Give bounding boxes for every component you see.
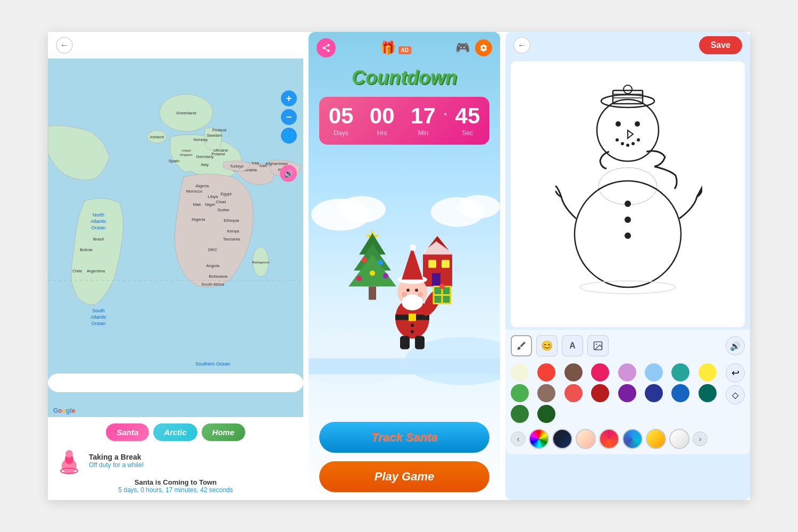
color-pink[interactable] xyxy=(591,363,609,381)
svg-text:Chad: Chad xyxy=(215,200,226,204)
svg-point-56 xyxy=(69,463,72,472)
map-layer-button[interactable]: 🌐 xyxy=(281,128,297,144)
color-cream[interactable] xyxy=(511,363,529,381)
zoom-in-button[interactable]: + xyxy=(281,90,297,106)
hours-number: 00 xyxy=(370,105,395,127)
map-sound-button[interactable]: 🔊 xyxy=(280,165,297,182)
text-tool-button[interactable]: A xyxy=(562,335,583,356)
color-purple[interactable] xyxy=(618,384,636,402)
track-santa-button[interactable]: Track Santa xyxy=(319,422,489,453)
svg-rect-69 xyxy=(309,359,500,375)
svg-text:DRC: DRC xyxy=(208,247,218,252)
seconds-number: 45 xyxy=(455,105,480,127)
svg-point-130 xyxy=(596,344,597,345)
color-red-mid[interactable] xyxy=(564,384,583,402)
map-header: ← xyxy=(48,32,303,59)
svg-point-96 xyxy=(406,289,410,292)
map-bottom-panel: Santa Arctic Home xyxy=(48,417,303,500)
svg-text:Turkiye: Turkiye xyxy=(230,164,244,169)
svg-text:Algeria: Algeria xyxy=(196,184,209,188)
color-red[interactable] xyxy=(537,363,555,381)
svg-rect-92 xyxy=(409,314,416,321)
svg-text:Niger: Niger xyxy=(205,202,215,207)
gamepad-icon[interactable]: 🎮 xyxy=(455,41,470,55)
color-tan[interactable] xyxy=(537,384,555,402)
map-area[interactable]: Greenland Iceland United Kingdom Finland… xyxy=(48,59,303,417)
svg-point-79 xyxy=(383,273,388,279)
gradient-rainbow[interactable] xyxy=(529,429,549,449)
santa-nav-button[interactable]: Santa xyxy=(106,423,149,441)
color-teal[interactable] xyxy=(671,363,689,381)
sound-tool-button[interactable]: 🔊 xyxy=(726,336,745,355)
map-back-button[interactable]: ← xyxy=(56,37,73,54)
svg-marker-117 xyxy=(628,130,633,138)
svg-text:Angola: Angola xyxy=(206,263,220,268)
play-game-button[interactable]: Play Game xyxy=(319,461,489,492)
arctic-nav-button[interactable]: Arctic xyxy=(153,423,197,441)
svg-point-77 xyxy=(370,271,375,276)
undo-button[interactable]: ↩ xyxy=(726,363,745,383)
svg-text:Atlantic: Atlantic xyxy=(90,314,106,320)
svg-point-64 xyxy=(338,196,386,223)
eraser-button[interactable]: ◇ xyxy=(726,385,745,404)
svg-point-120 xyxy=(626,144,629,147)
color-brown[interactable] xyxy=(564,363,583,381)
svg-text:Chile: Chile xyxy=(72,269,82,273)
save-button[interactable]: Save xyxy=(699,36,742,54)
hours-label: Hrs xyxy=(377,129,387,137)
gradient-warm[interactable] xyxy=(599,429,619,449)
drawing-panel: ← Save xyxy=(505,32,750,500)
svg-text:Ocean: Ocean xyxy=(92,225,106,230)
home-nav-button[interactable]: Home xyxy=(202,423,245,441)
gradient-dark[interactable] xyxy=(552,429,572,449)
color-dark-blue[interactable] xyxy=(645,384,663,402)
palette-prev-button[interactable]: ‹ xyxy=(511,431,526,446)
snowman-drawing xyxy=(553,82,702,306)
svg-text:Sweden: Sweden xyxy=(207,133,222,138)
color-dark-green[interactable] xyxy=(511,405,529,423)
drawing-canvas[interactable] xyxy=(511,61,745,327)
svg-text:Argentina: Argentina xyxy=(87,269,105,273)
timer-box: 05 Days 00 Hrs 17 Min • 45 Sec xyxy=(319,97,489,145)
svg-text:Nigeria: Nigeria xyxy=(192,217,205,222)
svg-text:Norway: Norway xyxy=(193,137,207,142)
brush-tool-button[interactable] xyxy=(511,335,532,356)
svg-point-119 xyxy=(621,142,624,145)
color-yellow[interactable] xyxy=(699,363,717,381)
gradient-pastel[interactable] xyxy=(576,429,596,449)
drawing-back-button[interactable]: ← xyxy=(513,37,530,54)
svg-point-97 xyxy=(415,289,418,292)
gradient-white[interactable] xyxy=(669,429,689,449)
color-forest-green[interactable] xyxy=(537,405,555,423)
color-blue[interactable] xyxy=(671,384,689,402)
svg-point-98 xyxy=(402,292,407,297)
svg-text:Atlantic: Atlantic xyxy=(90,219,106,224)
color-light-blue[interactable] xyxy=(645,363,663,381)
image-tool-button[interactable] xyxy=(587,335,609,356)
svg-text:Iraq: Iraq xyxy=(252,161,259,165)
settings-button[interactable] xyxy=(475,39,492,56)
header-right-icons: 🎮 xyxy=(455,39,492,56)
palette-next-button[interactable]: › xyxy=(693,431,708,446)
svg-line-61 xyxy=(325,48,327,50)
svg-point-124 xyxy=(625,201,631,207)
color-dark-teal[interactable] xyxy=(699,384,717,402)
svg-rect-84 xyxy=(442,260,450,268)
countdown-title: Countdown xyxy=(309,64,500,92)
svg-text:Ukraine: Ukraine xyxy=(213,148,228,153)
color-lavender[interactable] xyxy=(618,363,636,381)
svg-text:Botswana: Botswana xyxy=(209,274,228,279)
svg-text:South Africa: South Africa xyxy=(201,282,225,287)
share-button[interactable] xyxy=(317,38,336,57)
color-green[interactable] xyxy=(511,384,529,402)
zoom-out-button[interactable]: − xyxy=(281,109,297,125)
svg-point-55 xyxy=(66,463,69,472)
scene-svg xyxy=(309,150,500,418)
gradient-cool[interactable] xyxy=(622,429,643,449)
color-dark-red[interactable] xyxy=(591,384,609,402)
emoji-tool-button[interactable]: 😊 xyxy=(536,335,558,356)
gradient-yellow[interactable] xyxy=(646,429,666,449)
svg-point-118 xyxy=(616,138,619,142)
days-unit: 05 Days xyxy=(329,105,354,137)
days-label: Days xyxy=(334,129,348,137)
